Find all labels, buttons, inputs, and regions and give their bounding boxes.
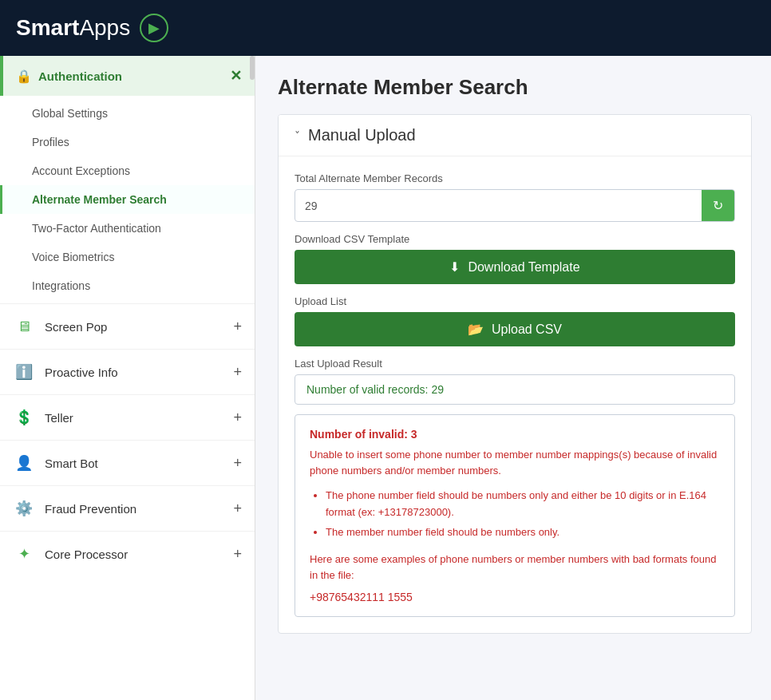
screen-pop-expand-icon[interactable]: + xyxy=(233,318,242,335)
smart-bot-icon: 👤 xyxy=(13,452,35,474)
auth-sub-items: Global Settings Profiles Account Excepti… xyxy=(0,96,255,303)
manual-upload-card: ˅ Manual Upload Total Alternate Member R… xyxy=(278,114,752,634)
sidebar-section-authentication[interactable]: 🔒 Authentication ✕ xyxy=(0,56,255,96)
lock-icon: 🔒 xyxy=(16,69,32,84)
manual-upload-body: Total Alternate Member Records ↻ Downloa… xyxy=(279,156,751,633)
fraud-prevention-expand-icon[interactable]: + xyxy=(233,500,242,517)
download-btn-label: Download Template xyxy=(468,260,579,275)
screen-pop-label: Screen Pop xyxy=(45,320,107,334)
logo-bold: Smart xyxy=(16,15,79,40)
core-processor-label: Core Processor xyxy=(45,548,128,561)
refresh-icon: ↻ xyxy=(713,198,723,213)
sidebar-item-integrations[interactable]: Integrations xyxy=(0,271,255,300)
header-nav-icon[interactable]: ▶ xyxy=(140,14,168,42)
logo-light: Apps xyxy=(79,15,130,40)
error-description: Unable to insert some phone number to me… xyxy=(310,447,720,478)
smart-bot-label: Smart Bot xyxy=(45,457,98,470)
teller-expand-icon[interactable]: + xyxy=(233,409,242,426)
close-icon[interactable]: ✕ xyxy=(230,67,242,85)
sidebar-item-alternate-member-search[interactable]: Alternate Member Search xyxy=(0,185,255,214)
download-csv-label: Download CSV Template xyxy=(295,233,735,245)
auth-title-label: Authentication xyxy=(38,69,122,83)
last-upload-label: Last Upload Result xyxy=(295,358,735,370)
teller-label: Teller xyxy=(45,411,73,425)
error-bullet-1: The phone number field should be numbers… xyxy=(326,488,720,521)
invalid-count-label: Number of invalid: 3 xyxy=(310,428,720,441)
core-processor-expand-icon[interactable]: + xyxy=(233,546,242,563)
sidebar: 🔒 Authentication ✕ Global Settings Profi… xyxy=(0,56,255,700)
upload-btn-label: Upload CSV xyxy=(492,322,562,337)
scroll-bar[interactable] xyxy=(250,56,255,80)
error-box: Number of invalid: 3 Unable to insert so… xyxy=(295,414,735,617)
valid-records-text: Number of valid records: 29 xyxy=(306,383,444,396)
total-records-input-row: ↻ xyxy=(295,189,735,222)
section-title-label: Manual Upload xyxy=(308,126,416,144)
total-records-input[interactable] xyxy=(295,192,702,220)
refresh-button[interactable]: ↻ xyxy=(702,190,734,221)
content-area: Alternate Member Search ˅ Manual Upload … xyxy=(255,56,771,700)
sidebar-item-two-factor-auth[interactable]: Two-Factor Authentication xyxy=(0,214,255,243)
sidebar-item-core-processor[interactable]: ✦ Core Processor + xyxy=(0,531,255,576)
sidebar-item-proactive-info[interactable]: ℹ️ Proactive Info + xyxy=(0,349,255,394)
smart-bot-expand-icon[interactable]: + xyxy=(233,455,242,472)
upload-list-label: Upload List xyxy=(295,295,735,307)
error-bullet-2: The member number field should be number… xyxy=(326,524,720,541)
bad-number-example: +98765432111 1555 xyxy=(310,591,720,603)
error-list: The phone number field should be numbers… xyxy=(326,488,720,540)
sidebar-item-account-exceptions[interactable]: Account Exceptions xyxy=(0,156,255,185)
proactive-info-expand-icon[interactable]: + xyxy=(233,364,242,381)
sidebar-item-voice-biometrics[interactable]: Voice Biometrics xyxy=(0,243,255,271)
sidebar-item-teller[interactable]: 💲 Teller + xyxy=(0,394,255,440)
valid-records-box: Number of valid records: 29 xyxy=(295,374,735,405)
error-examples-intro: Here are some examples of phone numbers … xyxy=(310,552,720,583)
screen-pop-icon: 🖥 xyxy=(13,315,35,338)
total-records-label: Total Alternate Member Records xyxy=(295,172,735,184)
proactive-info-label: Proactive Info xyxy=(45,366,118,379)
app-header: SmartApps ▶ xyxy=(0,0,771,56)
upload-csv-button[interactable]: 📂 Upload CSV xyxy=(295,312,735,346)
page-title: Alternate Member Search xyxy=(278,75,752,100)
sidebar-item-profiles[interactable]: Profiles xyxy=(0,128,255,156)
sidebar-item-global-settings[interactable]: Global Settings xyxy=(0,99,255,128)
download-icon: ⬇ xyxy=(449,259,460,275)
main-layout: 🔒 Authentication ✕ Global Settings Profi… xyxy=(0,56,771,700)
auth-section-title: 🔒 Authentication xyxy=(16,69,122,84)
teller-icon: 💲 xyxy=(13,406,35,429)
core-processor-icon: ✦ xyxy=(13,543,35,565)
collapse-chevron-icon[interactable]: ˅ xyxy=(295,129,300,142)
sidebar-item-fraud-prevention[interactable]: ⚙️ Fraud Prevention + xyxy=(0,485,255,531)
proactive-info-icon: ℹ️ xyxy=(13,361,35,383)
fraud-prevention-label: Fraud Prevention xyxy=(45,502,136,516)
upload-icon: 📂 xyxy=(468,322,484,337)
download-template-button[interactable]: ⬇ Download Template xyxy=(295,250,735,284)
manual-upload-header[interactable]: ˅ Manual Upload xyxy=(279,115,751,156)
sidebar-item-smart-bot[interactable]: 👤 Smart Bot + xyxy=(0,440,255,485)
fraud-prevention-icon: ⚙️ xyxy=(13,497,35,520)
app-logo: SmartApps xyxy=(16,15,130,41)
sidebar-item-screen-pop[interactable]: 🖥 Screen Pop + xyxy=(0,303,255,349)
